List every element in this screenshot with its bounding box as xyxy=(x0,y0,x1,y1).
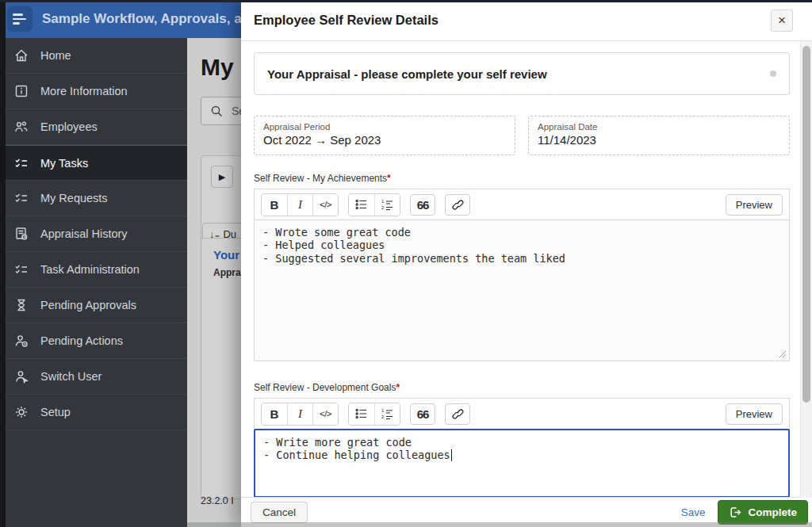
bold-button[interactable]: B xyxy=(262,403,287,425)
sidebar-item-my-tasks[interactable]: My Tasks xyxy=(0,145,187,181)
appraisal-fields-row: Appraisal Period Oct 2022 → Sep 2023 App… xyxy=(254,116,790,155)
italic-button[interactable]: I xyxy=(287,403,312,425)
svg-text:1: 1 xyxy=(381,199,385,204)
bullet-list-button[interactable] xyxy=(349,403,374,425)
dialog-header: Employee Self Review Details × xyxy=(241,0,812,41)
cancel-button[interactable]: Cancel xyxy=(251,502,308,523)
quote-button[interactable]: 66 xyxy=(410,194,435,216)
save-link[interactable]: Save xyxy=(668,506,718,518)
appraisal-title-card[interactable]: Your Appraisal - please complete your se… xyxy=(254,52,790,95)
sidebar-item-label: Switch User xyxy=(40,370,102,383)
sidebar-item-label: Task Administration xyxy=(40,263,140,276)
home-icon xyxy=(13,48,29,63)
goals-text: - Write more great code - Continue helpi… xyxy=(263,436,450,461)
format-group: B I </> xyxy=(261,193,339,216)
sidebar-item-task-administration[interactable]: Task Administration xyxy=(0,252,187,288)
checklist-icon xyxy=(13,262,29,277)
complete-button[interactable]: Complete xyxy=(718,500,808,525)
bullet-list-icon xyxy=(355,199,368,210)
sidebar-item-pending-approvals[interactable]: Pending Approvals xyxy=(0,288,187,323)
sidebar-item-setup[interactable]: Setup xyxy=(0,395,187,430)
required-asterisk: * xyxy=(396,382,400,393)
employee-self-review-dialog: Employee Self Review Details × Your Appr… xyxy=(241,0,812,527)
numbered-list-button[interactable]: 12 xyxy=(374,194,400,216)
link-icon xyxy=(451,407,464,420)
achievements-textarea[interactable]: - Wrote some great code - Helped colleag… xyxy=(254,220,790,361)
sidebar-item-label: Setup xyxy=(40,406,71,418)
sidebar-item-my-requests[interactable]: My Requests xyxy=(0,181,187,216)
sidebar-item-pending-actions[interactable]: Pending Actions xyxy=(0,323,187,359)
close-button[interactable]: × xyxy=(771,10,793,32)
goals-textarea-focused[interactable]: - Write more great code - Continue helpi… xyxy=(254,429,790,497)
person-cursor-icon xyxy=(13,369,29,384)
bullet-list-button[interactable] xyxy=(349,194,374,216)
quote-button[interactable]: 66 xyxy=(410,403,435,425)
list-group: 12 xyxy=(348,193,400,216)
document-history-icon xyxy=(13,226,29,242)
format-group: B I </> xyxy=(261,403,339,426)
preview-button[interactable]: Preview xyxy=(726,403,783,425)
sidebar-item-label: Pending Actions xyxy=(40,334,123,347)
sidebar-item-label: My Requests xyxy=(40,192,108,204)
appraisal-period-value: Oct 2022 → Sep 2023 xyxy=(263,133,506,147)
required-asterisk: * xyxy=(387,173,391,184)
text-caret xyxy=(451,449,453,461)
code-button[interactable]: </> xyxy=(312,194,338,216)
svg-text:1: 1 xyxy=(381,408,385,413)
bullet-list-icon xyxy=(355,408,368,419)
preview-button[interactable]: Preview xyxy=(726,194,783,216)
sidebar-item-home[interactable]: Home xyxy=(0,38,187,74)
appraisal-period-label: Appraisal Period xyxy=(263,122,506,132)
numbered-list-icon: 12 xyxy=(381,408,394,419)
vertical-scrollbar-track[interactable] xyxy=(800,41,812,498)
numbered-list-icon: 12 xyxy=(381,199,394,210)
code-button[interactable]: </> xyxy=(312,403,338,425)
appraisal-title: Your Appraisal - please complete your se… xyxy=(267,67,547,81)
achievements-text: - Wrote some great code - Helped colleag… xyxy=(262,226,565,265)
list-group: 12 xyxy=(348,403,400,426)
svg-text:2: 2 xyxy=(381,205,385,210)
dialog-title: Employee Self Review Details xyxy=(254,13,439,28)
appraisal-date-value: 11/14/2023 xyxy=(538,133,780,147)
vertical-scrollbar-thumb[interactable] xyxy=(802,46,810,403)
resize-handle-icon[interactable] xyxy=(779,350,787,358)
italic-button[interactable]: I xyxy=(287,194,312,216)
horizontal-scrollbar[interactable] xyxy=(187,522,812,527)
dialog-body: Your Appraisal - please complete your se… xyxy=(241,41,812,497)
link-button[interactable] xyxy=(445,194,470,216)
link-button[interactable] xyxy=(445,403,470,425)
bold-button[interactable]: B xyxy=(262,194,287,216)
sidebar-item-switch-user[interactable]: Switch User xyxy=(0,359,187,395)
person-clock-icon xyxy=(13,333,29,349)
status-dot-icon xyxy=(770,71,776,77)
checklist-icon xyxy=(13,190,29,206)
sidebar-item-employees[interactable]: Employees xyxy=(0,109,187,145)
sidebar-item-more-information[interactable]: More Information xyxy=(0,74,187,109)
window-top-edge xyxy=(0,0,812,2)
sidebar-item-appraisal-history[interactable]: Appraisal History xyxy=(0,216,187,252)
people-icon xyxy=(13,119,29,135)
sidebar-item-label: More Information xyxy=(40,85,128,97)
checklist-icon xyxy=(13,155,29,171)
sidebar-item-label: Employees xyxy=(40,120,98,133)
achievements-toolbar: B I </> 12 66 Preview xyxy=(254,189,790,220)
svg-text:2: 2 xyxy=(381,414,385,419)
numbered-list-button[interactable]: 12 xyxy=(374,403,400,425)
hamburger-menu-button[interactable] xyxy=(7,6,33,32)
complete-icon xyxy=(729,506,742,519)
sidebar-item-label: My Tasks xyxy=(40,157,88,170)
link-icon xyxy=(451,198,464,211)
app-title: Sample Workflow, Approvals, a xyxy=(42,11,242,27)
info-icon xyxy=(13,83,29,99)
goals-label: Self Review - Development Goals* xyxy=(254,382,790,393)
gear-icon xyxy=(13,404,29,420)
sidebar-item-label: Pending Approvals xyxy=(40,299,136,311)
app-window: Sample Workflow, Approvals, a Home More … xyxy=(0,0,812,527)
goals-toolbar: B I </> 12 66 Preview xyxy=(254,398,790,430)
appraisal-date-label: Appraisal Date xyxy=(538,122,780,132)
sidebar-nav: Home More Information Employees My Tasks… xyxy=(0,38,187,527)
sidebar-item-label: Home xyxy=(40,49,71,62)
sidebar-item-label: Appraisal History xyxy=(40,227,128,240)
appraisal-date-field: Appraisal Date 11/14/2023 xyxy=(528,116,790,155)
window-left-edge xyxy=(0,0,6,527)
